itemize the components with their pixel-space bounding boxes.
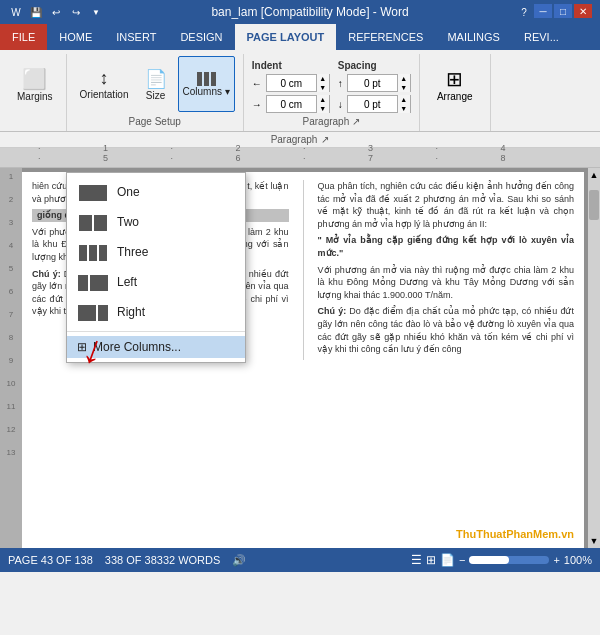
- tab-page-layout[interactable]: PAGE LAYOUT: [235, 24, 337, 50]
- indent-right-down[interactable]: ▼: [317, 104, 329, 113]
- page-info: PAGE 43 OF 138: [8, 554, 93, 567]
- indent-left-spinbox[interactable]: ▲ ▼: [266, 74, 330, 92]
- spacing-after-icon: ↓: [338, 99, 343, 110]
- col2-paragraph-2: " Mở vỉa bằng cặp giếng đứng kết hợp với…: [318, 234, 575, 259]
- zoom-slider[interactable]: [469, 556, 549, 564]
- orientation-button[interactable]: ↕ Orientation: [75, 56, 134, 112]
- save-icon[interactable]: 💾: [28, 4, 44, 20]
- close-button[interactable]: ✕: [574, 4, 592, 18]
- arrange-label: Arrange: [437, 91, 473, 102]
- tab-home[interactable]: HOME: [47, 24, 104, 50]
- dropdown-one-label: One: [117, 185, 140, 199]
- status-right: ☰ ⊞ 📄 − + 100%: [411, 553, 592, 567]
- zoom-in-icon[interactable]: +: [553, 554, 559, 566]
- dropdown-separator: [67, 331, 245, 332]
- size-button[interactable]: 📄 Size: [136, 56, 176, 112]
- indent-left-down[interactable]: ▼: [317, 83, 329, 92]
- minimize-button[interactable]: ─: [534, 4, 552, 18]
- view-print-icon[interactable]: ☰: [411, 553, 422, 567]
- dropdown-arrow-icon[interactable]: ▼: [88, 4, 104, 20]
- view-web-icon[interactable]: ⊞: [426, 553, 436, 567]
- restore-button[interactable]: □: [554, 4, 572, 18]
- col2-paragraph-1: Qua phân tích, nghiên cứu các điều kiện …: [318, 180, 575, 230]
- ruler: · 1 · 2 · 3 · 4 · 5 · 6 · 7 · 8 ·: [0, 148, 600, 168]
- scrollbar-thumb[interactable]: [589, 190, 599, 220]
- tab-references[interactable]: REFERENCES: [336, 24, 435, 50]
- indent-right-spinbox[interactable]: ▲ ▼: [266, 95, 330, 113]
- zoom-fill: [469, 556, 509, 564]
- spacing-label: Spacing: [338, 60, 411, 71]
- arrange-button[interactable]: ⊞ Arrange: [428, 56, 482, 112]
- redo-icon[interactable]: ↪: [68, 4, 84, 20]
- tab-design[interactable]: DESIGN: [168, 24, 234, 50]
- dropdown-right-label: Right: [117, 305, 145, 319]
- document-page: hiên cứu các công tác mở đường án mở mặt…: [22, 172, 584, 548]
- title-bar: W 💾 ↩ ↪ ▼ ban_lam [Compatibility Mode] -…: [0, 0, 600, 24]
- dropdown-item-two[interactable]: Two: [67, 207, 245, 237]
- spacing-before-down[interactable]: ▼: [398, 83, 410, 92]
- dropdown-item-left[interactable]: Left: [67, 267, 245, 297]
- size-label: Size: [146, 90, 165, 101]
- indent-left-icon: ←: [252, 78, 262, 89]
- spacing-after-arrows: ▲ ▼: [397, 95, 410, 113]
- columns-button[interactable]: Columns ▾: [178, 56, 235, 112]
- more-columns-label: More Columns...: [93, 340, 181, 354]
- orientation-icon: ↕: [100, 68, 109, 89]
- help-icon[interactable]: ?: [516, 4, 532, 20]
- col-icon-right: [78, 303, 108, 321]
- columns-label: Columns ▾: [183, 86, 230, 97]
- indent-right-up[interactable]: ▲: [317, 95, 329, 104]
- dropdown-item-right[interactable]: Right: [67, 297, 245, 327]
- dropdown-item-three[interactable]: Three: [67, 237, 245, 267]
- tab-file[interactable]: FILE: [0, 24, 47, 50]
- spacing-before-up[interactable]: ▲: [398, 74, 410, 83]
- col-two-bar1: [79, 215, 92, 231]
- col-left-bar2: [90, 275, 108, 291]
- col-left-bar1: [78, 275, 88, 291]
- ribbon-group-paragraph: Indent ← ▲ ▼ → ▲ ▼: [244, 54, 420, 131]
- paragraph-expand-icon[interactable]: ↗: [352, 116, 360, 127]
- tab-insert[interactable]: INSERT: [104, 24, 168, 50]
- scrollbar-up-button[interactable]: ▲: [588, 168, 600, 182]
- dropdown-three-label: Three: [117, 245, 148, 259]
- margins-button[interactable]: ⬜ Margins: [12, 56, 58, 112]
- col2-paragraph-4: Chú ý: Do đặc điểm địa chất của mỏ phức …: [318, 305, 575, 355]
- dropdown-two-label: Two: [117, 215, 139, 229]
- spacing-before-input[interactable]: [348, 77, 397, 90]
- tab-review[interactable]: REVI...: [512, 24, 571, 50]
- col-icon-three: [79, 243, 107, 261]
- indent-right-input[interactable]: [267, 98, 316, 111]
- spacing-after-down[interactable]: ▼: [398, 104, 410, 113]
- spacing-after-input[interactable]: [348, 98, 397, 111]
- scrollbar-down-button[interactable]: ▼: [588, 534, 600, 548]
- dropdown-more-columns[interactable]: ⊞ More Columns...: [67, 336, 245, 358]
- lang-icon[interactable]: 🔊: [232, 554, 246, 567]
- indent-left-up[interactable]: ▲: [317, 74, 329, 83]
- dropdown-left-label: Left: [117, 275, 137, 289]
- indent-left-input[interactable]: [267, 77, 316, 90]
- col-three-bar1: [79, 245, 87, 261]
- vertical-scrollbar[interactable]: ▲ ▼: [588, 168, 600, 548]
- spacing-after-up[interactable]: ▲: [398, 95, 410, 104]
- column-left-icon: [77, 271, 109, 293]
- spacing-before-arrows: ▲ ▼: [397, 74, 410, 92]
- size-icon: 📄: [145, 68, 167, 90]
- columns-icon: [197, 72, 216, 86]
- zoom-out-icon[interactable]: −: [459, 554, 465, 566]
- spacing-before-spinbox[interactable]: ▲ ▼: [347, 74, 411, 92]
- view-read-icon[interactable]: 📄: [440, 553, 455, 567]
- window-controls: ? ─ □ ✕: [516, 4, 592, 20]
- column-one-icon: [77, 181, 109, 203]
- dropdown-item-one[interactable]: One: [67, 177, 245, 207]
- more-columns-icon: ⊞: [77, 340, 87, 354]
- col-two-bar2: [94, 215, 107, 231]
- ribbon-group-page-setup: ↕ Orientation 📄 Size Columns ▾ Page Setu…: [67, 54, 244, 131]
- word-logo-icon: W: [8, 4, 24, 20]
- col-one-bar: [79, 185, 107, 201]
- undo-icon[interactable]: ↩: [48, 4, 64, 20]
- col-three-bar3: [99, 245, 107, 261]
- margins-content: ⬜ Margins: [12, 56, 58, 129]
- tab-mailings[interactable]: MAILINGS: [435, 24, 512, 50]
- indent-right-arrows: ▲ ▼: [316, 95, 329, 113]
- spacing-after-spinbox[interactable]: ▲ ▼: [347, 95, 411, 113]
